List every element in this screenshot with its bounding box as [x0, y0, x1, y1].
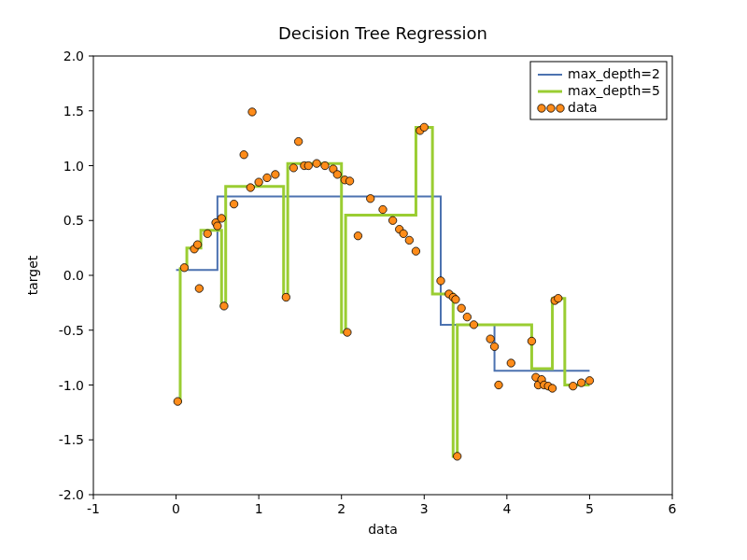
- legend-item-label: max_depth=5: [568, 83, 660, 98]
- data-point: [458, 304, 465, 312]
- data-point: [555, 294, 562, 301]
- data-point: [463, 313, 471, 320]
- data-point: [180, 264, 188, 272]
- data-point: [195, 285, 203, 292]
- data-point: [204, 230, 211, 237]
- x-tick-label: 4: [502, 501, 511, 516]
- data-point: [240, 151, 247, 159]
- chart-title: Decision Tree Regression: [278, 23, 487, 43]
- y-tick-label: 1.0: [63, 159, 84, 174]
- data-point: [214, 222, 221, 230]
- legend-item-label: data: [568, 100, 598, 115]
- y-tick-label: -1.0: [59, 378, 84, 393]
- data-point: [263, 174, 271, 181]
- x-tick-label: 2: [337, 501, 345, 516]
- legend-swatch-point: [538, 105, 545, 112]
- x-tick-label: -1: [87, 501, 100, 516]
- x-tick-label: 3: [420, 501, 429, 516]
- data-point: [490, 343, 498, 350]
- data-point: [247, 184, 254, 191]
- data-point: [230, 200, 237, 207]
- data-point: [294, 137, 302, 145]
- data-point: [255, 178, 262, 186]
- data-point: [218, 215, 225, 222]
- data-point: [548, 385, 556, 392]
- data-point: [220, 302, 228, 310]
- data-point: [437, 277, 444, 285]
- data-point: [354, 232, 361, 240]
- data-point: [367, 195, 374, 203]
- data-point: [379, 205, 387, 213]
- data-point: [289, 164, 297, 172]
- y-tick-label: 2.0: [63, 49, 84, 63]
- data-point: [321, 161, 329, 169]
- series-max_depth=2: [176, 196, 590, 371]
- data-point: [585, 377, 593, 385]
- data-point: [452, 296, 459, 303]
- legend-swatch-point: [557, 105, 564, 112]
- y-tick-label: -1.5: [59, 432, 84, 447]
- x-axis-label: data: [368, 522, 398, 537]
- x-tick-label: 5: [585, 501, 594, 516]
- x-tick-label: 1: [255, 501, 263, 516]
- legend-item-label: max_depth=2: [568, 66, 660, 81]
- x-tick-label: 6: [669, 501, 677, 516]
- data-point: [272, 171, 279, 178]
- data-point: [570, 382, 577, 389]
- y-tick-label: 0.0: [63, 268, 84, 283]
- data-point: [528, 337, 535, 344]
- y-tick-label: -2.0: [59, 487, 84, 502]
- legend-swatch-point: [547, 105, 555, 112]
- series-max_depth=5: [176, 127, 590, 456]
- data-point: [400, 230, 407, 237]
- data-point: [486, 335, 494, 343]
- data-point: [388, 217, 396, 224]
- data-point: [470, 321, 477, 329]
- x-tick-label: 0: [172, 501, 180, 516]
- y-tick-label: 1.5: [63, 104, 84, 119]
- data-point: [345, 177, 353, 185]
- data-point: [454, 453, 461, 460]
- data-point: [420, 123, 428, 131]
- data-point: [495, 381, 502, 388]
- y-axis-label: target: [25, 255, 40, 295]
- chart-container: -10123456-2.0-1.5-1.0-0.50.00.51.01.52.0…: [0, 0, 747, 560]
- data-point: [412, 247, 419, 255]
- data-point: [193, 241, 201, 248]
- data-point: [344, 329, 351, 336]
- data-point: [174, 398, 181, 405]
- y-tick-label: -0.5: [59, 323, 84, 338]
- data-point: [405, 236, 413, 244]
- chart-svg: -10123456-2.0-1.5-1.0-0.50.00.51.01.52.0…: [0, 0, 747, 560]
- data-point: [333, 171, 341, 178]
- data-point: [577, 379, 585, 386]
- data-point: [282, 293, 289, 301]
- data-point: [304, 161, 312, 169]
- data-point: [507, 359, 514, 367]
- y-tick-label: 0.5: [63, 213, 84, 228]
- data-point: [248, 108, 256, 116]
- data-point: [313, 160, 320, 167]
